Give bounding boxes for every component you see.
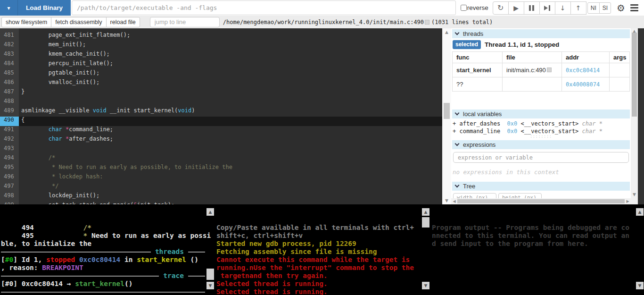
code-segment [62, 135, 66, 142]
line-number[interactable]: 494 [0, 154, 19, 164]
scroll-right-icon[interactable]: ▶ [625, 198, 631, 204]
line-number[interactable]: 496 [0, 173, 19, 183]
scroll-up-icon[interactable]: ▲ [636, 208, 644, 216]
scroll-up-icon[interactable]: ▲ [206, 208, 214, 216]
jump-to-line-input[interactable] [150, 17, 220, 27]
frame-addr-link[interactable]: 0xc0c80414 [566, 67, 600, 74]
line-number[interactable]: 498 [0, 192, 19, 202]
scroll-down-icon[interactable]: ▼ [422, 282, 429, 289]
step-instruction-button[interactable]: SI [599, 2, 611, 14]
terminal-text: #0 [5, 256, 13, 263]
terminal-content: 494 /* 495 * Need to run as early as pos… [1, 224, 205, 295]
expressions-section-header[interactable]: expressions [452, 140, 630, 149]
line-number[interactable]: 483 [0, 51, 19, 60]
line-number[interactable]: 485 [0, 69, 19, 79]
terminal-scrollbar[interactable]: ▲ ▼ [206, 208, 214, 289]
line-number[interactable]: 488 [0, 98, 19, 107]
source-line-code: */ [19, 183, 442, 192]
sidebar-vertical-scrollbar[interactable]: ▲ ▼ [631, 28, 638, 204]
separator-line [1, 292, 205, 293]
next-instruction-button[interactable]: NI [587, 2, 600, 14]
terminal-scrollbar-thumb[interactable] [422, 217, 429, 228]
arrow-up-icon: ↑ [576, 4, 581, 12]
load-binary-button[interactable]: Load Binary [17, 0, 71, 16]
scroll-left-icon[interactable]: ◀ [451, 198, 457, 204]
copy-file-icon[interactable] [547, 67, 552, 72]
settings-gear-icon[interactable]: ⚙ [617, 3, 625, 13]
terminal-content: Program output -- Programs being debugge… [432, 224, 636, 248]
program-output-terminal[interactable]: Program output -- Programs being debugge… [430, 204, 644, 295]
sidebar-hscrollbar-thumb[interactable] [457, 199, 625, 203]
source-line-row: 485 pgtable_init(); [0, 69, 442, 79]
terminal-text: start_kernel [137, 256, 186, 263]
code-segment: } [21, 88, 25, 95]
line-number[interactable]: 489 [0, 107, 19, 117]
scroll-up-icon[interactable]: ▲ [442, 30, 451, 34]
locals-section-header[interactable]: local variables [452, 110, 630, 118]
source-line-code: mem_init(); [19, 41, 442, 51]
fetch-disassembly-button[interactable]: fetch disassembly [51, 17, 106, 27]
line-number[interactable]: 497 [0, 183, 19, 192]
show-filesystem-button[interactable]: show filesystem [1, 17, 51, 27]
tree-section-header[interactable]: Tree [452, 182, 630, 191]
terminal-text: 495 [1, 232, 83, 239]
variable-name: command_line [459, 128, 507, 135]
pause-button[interactable] [524, 1, 540, 15]
code-segment: */ [21, 183, 58, 189]
scroll-up-icon[interactable]: ▲ [422, 208, 429, 216]
step-into-button[interactable]: ↓ [555, 1, 571, 15]
frame-file-cell: init/main.c:490 [503, 63, 562, 77]
load-binary-dropdown-caret[interactable]: ▾ [0, 0, 17, 16]
terminal-text: BREAKPOINT [42, 264, 83, 271]
line-number[interactable]: 495 [0, 164, 19, 173]
code-segment: after_dashes; [69, 135, 113, 142]
expand-plus-icon[interactable]: + [453, 120, 459, 127]
reload-file-button[interactable]: reload file [106, 17, 140, 27]
local-variables-list: + after_dashes 0x0 <__vectors_start> cha… [451, 118, 631, 135]
code-segment [21, 135, 49, 142]
frame-addr-link[interactable]: 0x40008074 [566, 81, 600, 88]
step-out-button[interactable]: ↑ [570, 1, 586, 15]
gdb-console-terminal[interactable]: Copy/Paste available in all terminals wi… [215, 204, 430, 295]
menu-hamburger-icon[interactable] [630, 4, 638, 12]
thread-frame-row[interactable]: start_kernelinit/main.c:4900xc0c80414 [453, 63, 630, 77]
source-line-row: 493 [0, 145, 442, 154]
thread-frame-row[interactable]: ??0x40008074 [453, 77, 630, 92]
binary-path-input[interactable] [72, 0, 456, 15]
variable-ref: <__vectors_start> [517, 120, 582, 127]
restart-button[interactable]: ↻ [493, 1, 509, 15]
line-number[interactable]: 492 [0, 135, 19, 145]
line-number[interactable]: 482 [0, 41, 19, 51]
line-number[interactable]: 484 [0, 60, 19, 69]
terminal-scrollbar-thumb[interactable] [206, 269, 214, 280]
continue-button[interactable]: ▶ [508, 1, 524, 15]
gdb-gef-terminal[interactable]: 494 /* 495 * Need to run as early as pos… [0, 204, 215, 295]
scroll-down-icon[interactable]: ▼ [206, 282, 214, 289]
threads-section-header[interactable]: threads [452, 29, 630, 38]
line-number[interactable]: 487 [0, 88, 19, 98]
line-number[interactable]: 491 [0, 126, 19, 135]
copy-path-icon[interactable] [425, 20, 429, 25]
line-number[interactable]: 481 [0, 32, 19, 41]
next-button[interactable] [539, 1, 555, 15]
resize-grip[interactable]: :::::::: [451, 135, 631, 139]
source-line-code: { [19, 117, 442, 126]
terminal-scrollbar[interactable]: ▲ ▼ [422, 208, 429, 289]
reverse-checkbox[interactable] [461, 5, 467, 11]
source-vertical-scrollbar[interactable]: ▲ ▼ [442, 28, 451, 204]
expression-input[interactable] [453, 152, 629, 163]
code-segment: percpu_init_late(); [21, 60, 113, 67]
line-number[interactable]: 486 [0, 79, 19, 88]
expand-plus-icon[interactable]: + [453, 128, 459, 135]
sidebar-horizontal-scrollbar[interactable]: ◀ ▶ [451, 198, 631, 204]
scroll-down-icon[interactable]: ▼ [631, 192, 638, 197]
source-scrollbar-thumb[interactable] [444, 103, 450, 119]
terminal-scrollbar[interactable]: ▲ ▼ [636, 208, 644, 289]
line-number[interactable]: 493 [0, 145, 19, 154]
source-code[interactable]: 481 page_ext_init_flatmem();482 mem_init… [0, 28, 442, 204]
sidebar-scrollbar-thumb[interactable] [632, 33, 637, 117]
scroll-down-icon[interactable]: ▼ [442, 198, 451, 203]
line-number[interactable]: 490 [0, 117, 19, 126]
scroll-down-icon[interactable]: ▼ [636, 282, 644, 289]
terminal-text: nnected to this terminal. You can read o… [432, 232, 629, 239]
